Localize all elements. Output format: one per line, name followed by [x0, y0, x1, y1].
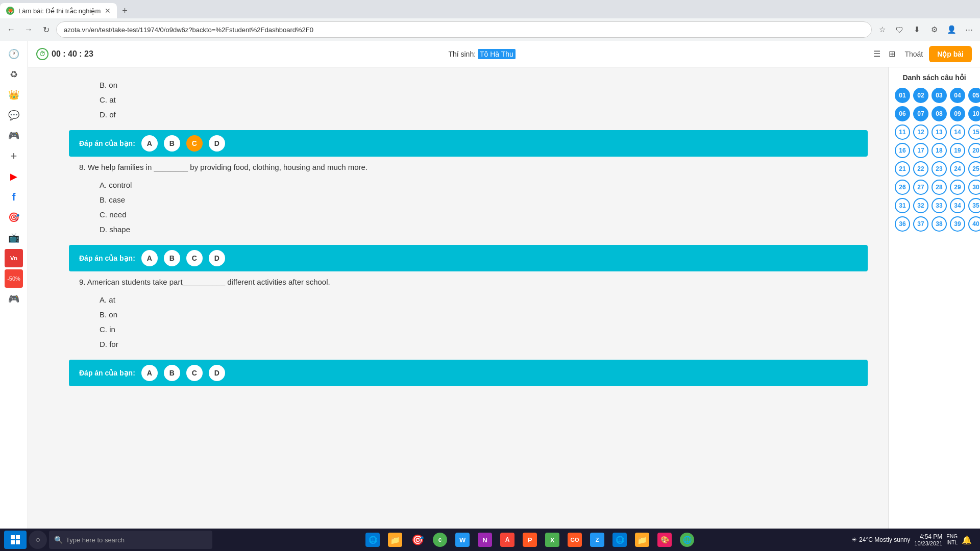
question-num-21[interactable]: 21	[895, 161, 910, 177]
taskbar-app-paint[interactable]: 🎨	[654, 530, 675, 550]
question-num-16[interactable]: 16	[895, 143, 910, 158]
question-num-20[interactable]: 20	[968, 143, 980, 158]
q8-option-b[interactable]: B. case	[69, 192, 868, 207]
sidebar-sale-icon[interactable]: -50%	[5, 269, 23, 288]
q8-option-a-circle[interactable]: A	[141, 250, 158, 266]
menu-button[interactable]: ⋯	[962, 22, 976, 37]
sidebar-facebook-icon[interactable]: f	[5, 188, 23, 206]
q8-option-a[interactable]: A. control	[69, 178, 868, 192]
taskbar-search[interactable]: 🔍 Type here to search	[49, 531, 212, 549]
question-num-18[interactable]: 18	[932, 143, 947, 158]
taskbar-app-files[interactable]: 📁	[384, 530, 406, 550]
submit-button[interactable]: Nộp bài	[929, 46, 972, 62]
question-num-11[interactable]: 11	[895, 124, 910, 140]
question-num-05[interactable]: 05	[968, 88, 980, 103]
refresh-button[interactable]: ↻	[39, 22, 53, 37]
sidebar-game2-icon[interactable]: 🎮	[5, 290, 23, 308]
question-num-04[interactable]: 04	[950, 88, 965, 103]
q9-option-c-circle[interactable]: C	[186, 365, 203, 381]
question-num-14[interactable]: 14	[950, 124, 965, 140]
question-num-01[interactable]: 01	[895, 88, 910, 103]
settings-button[interactable]: ⚙	[927, 22, 941, 37]
forward-button[interactable]: →	[21, 22, 36, 37]
grid-view-button[interactable]: ⊞	[886, 47, 898, 61]
q7-option-c-circle[interactable]: C	[186, 135, 203, 152]
q9-option-c[interactable]: C. in	[69, 322, 868, 337]
question-num-31[interactable]: 31	[895, 198, 910, 213]
taskbar-app-onenote[interactable]: N	[474, 530, 496, 550]
sidebar-timer-icon[interactable]: 🕐	[5, 45, 23, 63]
shield-button[interactable]: 🛡	[892, 22, 906, 37]
q7-option-b[interactable]: B. on	[69, 78, 868, 92]
question-num-36[interactable]: 36	[895, 216, 910, 232]
question-num-17[interactable]: 17	[913, 143, 928, 158]
sidebar-vn-icon[interactable]: Vn	[5, 249, 23, 267]
question-num-34[interactable]: 34	[950, 198, 965, 213]
sidebar-messenger-icon[interactable]: 💬	[5, 106, 23, 124]
q7-option-d-circle[interactable]: D	[209, 135, 225, 152]
question-num-10[interactable]: 10	[968, 106, 980, 121]
taskbar-app-coccoc[interactable]: c	[429, 530, 451, 550]
q9-option-d[interactable]: D. for	[69, 337, 868, 352]
question-num-02[interactable]: 02	[913, 88, 928, 103]
notifications-button[interactable]: 🔔	[962, 535, 972, 545]
q9-option-b[interactable]: B. on	[69, 307, 868, 322]
start-button[interactable]	[4, 531, 27, 549]
question-num-40[interactable]: 40	[968, 216, 980, 232]
q7-option-c[interactable]: C. at	[69, 92, 868, 107]
address-bar[interactable]: azota.vn/en/test/take-test/11974/0/o9dw6…	[56, 21, 872, 38]
question-num-25[interactable]: 25	[968, 161, 980, 177]
q8-option-c[interactable]: C. need	[69, 207, 868, 222]
question-num-33[interactable]: 33	[932, 198, 947, 213]
question-num-09[interactable]: 09	[950, 106, 965, 121]
q9-option-b-circle[interactable]: B	[164, 365, 180, 381]
taskbar-app-excel[interactable]: X	[542, 530, 563, 550]
sidebar-add-icon[interactable]: +	[5, 147, 23, 165]
q9-option-d-circle[interactable]: D	[209, 365, 225, 381]
cortana-button[interactable]: ○	[29, 531, 47, 549]
question-num-29[interactable]: 29	[950, 180, 965, 195]
question-num-37[interactable]: 37	[913, 216, 928, 232]
taskbar-app-adobe[interactable]: A	[497, 530, 518, 550]
question-num-19[interactable]: 19	[950, 143, 965, 158]
q9-option-a-circle[interactable]: A	[141, 365, 158, 381]
sidebar-target-icon[interactable]: 🎯	[5, 208, 23, 227]
taskbar-app-explorer[interactable]: 📁	[631, 530, 653, 550]
active-tab[interactable]: 🦊 Làm bài: Đề thi trắc nghiệm ✕	[0, 3, 117, 18]
back-button[interactable]: ←	[4, 22, 18, 37]
sidebar-crown-icon[interactable]: 👑	[5, 86, 23, 104]
question-num-32[interactable]: 32	[913, 198, 928, 213]
new-tab-button[interactable]: +	[117, 3, 133, 18]
question-num-22[interactable]: 22	[913, 161, 928, 177]
bookmark-button[interactable]: ☆	[875, 22, 889, 37]
question-num-06[interactable]: 06	[895, 106, 910, 121]
taskbar-app-powerpoint[interactable]: P	[519, 530, 541, 550]
tab-close-button[interactable]: ✕	[105, 7, 111, 15]
question-num-23[interactable]: 23	[932, 161, 947, 177]
profile-button[interactable]: 👤	[944, 22, 959, 37]
question-num-27[interactable]: 27	[913, 180, 928, 195]
q8-option-c-circle[interactable]: C	[186, 250, 203, 266]
taskbar-app-edge2[interactable]: 🌐	[609, 530, 630, 550]
question-num-15[interactable]: 15	[968, 124, 980, 140]
q7-option-a-circle[interactable]: A	[141, 135, 158, 152]
q7-option-d[interactable]: D. of	[69, 107, 868, 122]
sidebar-game-icon[interactable]: 🎮	[5, 127, 23, 145]
q8-option-d-circle[interactable]: D	[209, 250, 225, 266]
question-num-26[interactable]: 26	[895, 180, 910, 195]
list-view-button[interactable]: ☰	[870, 47, 884, 61]
taskbar-app-word[interactable]: W	[452, 530, 473, 550]
taskbar-app-chrome[interactable]: 🎯	[407, 530, 428, 550]
question-num-35[interactable]: 35	[968, 198, 980, 213]
taskbar-app-zoom[interactable]: Z	[586, 530, 608, 550]
question-num-28[interactable]: 28	[932, 180, 947, 195]
question-num-07[interactable]: 07	[913, 106, 928, 121]
question-num-39[interactable]: 39	[950, 216, 965, 232]
q8-option-b-circle[interactable]: B	[164, 250, 180, 266]
taskbar-app-gotv[interactable]: GO	[564, 530, 585, 550]
q9-option-a[interactable]: A. at	[69, 292, 868, 307]
question-num-03[interactable]: 03	[932, 88, 947, 103]
taskbar-app-edge[interactable]: 🌐	[362, 530, 383, 550]
q8-option-d[interactable]: D. shape	[69, 222, 868, 237]
question-num-08[interactable]: 08	[932, 106, 947, 121]
